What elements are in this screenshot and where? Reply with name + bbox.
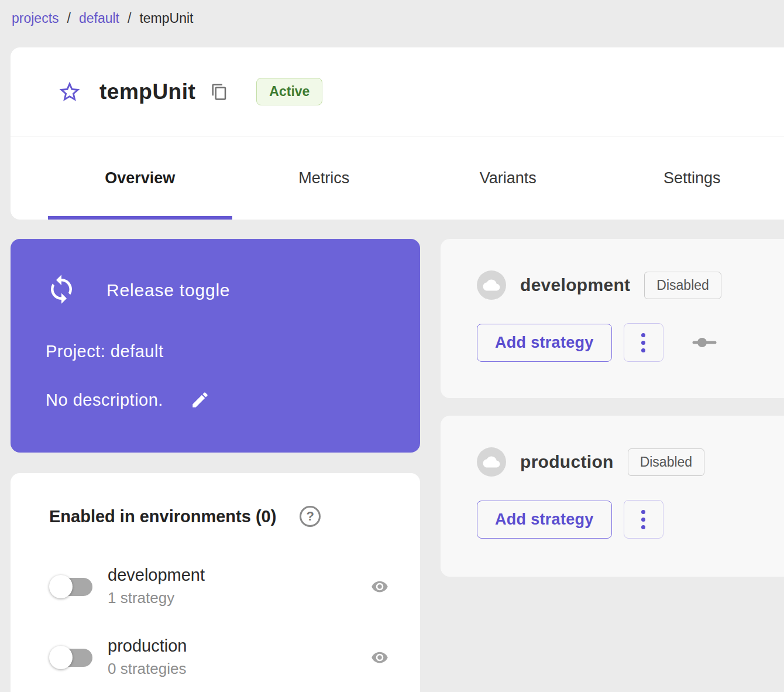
- production-strategy-card: production Disabled Add strategy: [441, 416, 784, 577]
- environment-menu-button[interactable]: [624, 500, 663, 539]
- feature-description-row: No description.: [46, 389, 394, 410]
- environment-strategy-count: 1 strategy: [108, 589, 205, 607]
- production-card-header: production Disabled: [477, 447, 784, 477]
- environment-card-name: production: [520, 452, 614, 472]
- tab-variants[interactable]: Variants: [416, 136, 600, 220]
- feature-type-label: Release toggle: [106, 280, 230, 300]
- toggle-knob: [49, 575, 73, 598]
- production-card-actions: Add strategy: [477, 500, 784, 539]
- tab-overview[interactable]: Overview: [48, 136, 232, 220]
- toggle-knob: [49, 646, 73, 669]
- enabled-environments-title: Enabled in environments (0): [49, 507, 276, 526]
- help-icon[interactable]: ?: [300, 506, 321, 527]
- breadcrumb-separator: /: [128, 11, 131, 26]
- enabled-environments-header: Enabled in environments (0) ?: [49, 506, 392, 527]
- environment-name: production: [108, 636, 187, 656]
- status-badge: Active: [256, 78, 322, 105]
- environment-card-name: development: [520, 275, 630, 295]
- development-toggle[interactable]: [49, 574, 92, 599]
- breadcrumb-projects[interactable]: projects: [12, 11, 59, 26]
- environment-menu-button[interactable]: [624, 323, 663, 362]
- environment-meta: production 0 strategies: [108, 636, 187, 678]
- breadcrumb-default[interactable]: default: [79, 11, 119, 26]
- add-strategy-button[interactable]: Add strategy: [477, 501, 612, 539]
- enabled-environments-card: Enabled in environments (0) ? developmen…: [11, 473, 420, 692]
- feature-project-label: Project: default: [46, 342, 394, 361]
- environment-meta: development 1 strategy: [108, 566, 205, 607]
- add-strategy-button[interactable]: Add strategy: [477, 324, 612, 362]
- left-column: Release toggle Project: default No descr…: [11, 239, 420, 692]
- production-toggle[interactable]: [49, 645, 92, 670]
- breadcrumb-separator: /: [67, 11, 71, 26]
- development-strategy-card: development Disabled Add strategy: [441, 239, 784, 398]
- cloud-icon: [477, 270, 506, 300]
- right-column: development Disabled Add strategy produc…: [441, 239, 784, 577]
- main-content: Release toggle Project: default No descr…: [0, 220, 784, 692]
- tab-settings[interactable]: Settings: [600, 136, 784, 220]
- environment-row-production: production 0 strategies: [49, 636, 392, 678]
- environment-row-development: development 1 strategy: [49, 566, 392, 607]
- environment-name: development: [108, 566, 205, 585]
- feature-header-card: tempUnit Active Overview Metrics Variant…: [11, 47, 784, 220]
- slider-icon: [692, 335, 717, 350]
- breadcrumb-current: tempUnit: [139, 11, 193, 26]
- breadcrumb: projects / default / tempUnit: [0, 0, 784, 26]
- eye-icon[interactable]: [369, 649, 391, 666]
- development-card-actions: Add strategy: [477, 323, 784, 362]
- tab-metrics[interactable]: Metrics: [232, 136, 417, 220]
- feature-type-row: Release toggle: [46, 273, 394, 308]
- copy-icon[interactable]: [211, 83, 229, 101]
- feature-description-text: No description.: [46, 390, 163, 410]
- eye-icon[interactable]: [369, 578, 391, 595]
- page-title: tempUnit: [99, 80, 195, 104]
- environment-status-badge: Disabled: [644, 272, 721, 299]
- edit-description-icon[interactable]: [190, 389, 211, 410]
- development-card-header: development Disabled: [477, 270, 784, 300]
- feature-type-card: Release toggle Project: default No descr…: [11, 239, 420, 453]
- release-toggle-icon: [46, 273, 77, 308]
- tab-bar: Overview Metrics Variants Settings: [11, 136, 784, 220]
- environment-strategy-count: 0 strategies: [108, 660, 187, 678]
- favorite-star-icon[interactable]: [57, 80, 82, 104]
- feature-header-row: tempUnit Active: [11, 47, 784, 136]
- environment-status-badge: Disabled: [628, 448, 705, 476]
- cloud-icon: [477, 447, 506, 477]
